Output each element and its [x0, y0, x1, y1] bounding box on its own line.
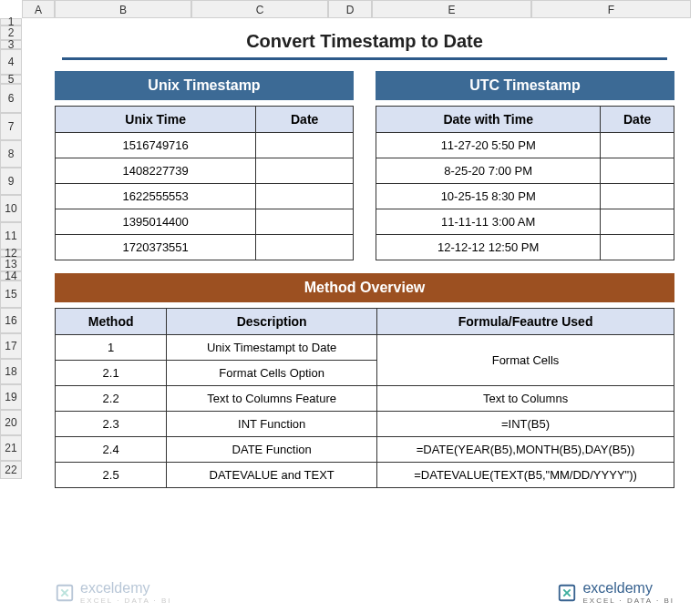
unix-date-cell[interactable]	[256, 184, 354, 209]
utc-date-cell[interactable]	[601, 184, 674, 209]
ov-h2[interactable]: Description	[167, 309, 377, 335]
col-header-C[interactable]: C	[191, 0, 328, 18]
col-header-D[interactable]: D	[328, 0, 372, 18]
utc-cell[interactable]: 10-25-15 8:30 PM	[376, 184, 601, 209]
utc-date-cell[interactable]	[601, 235, 674, 260]
unix-h1[interactable]: Unix Time	[56, 107, 256, 133]
ov-formula[interactable]: =DATEVALUE(TEXT(B5,"MM/DD/YYYY"))	[377, 463, 674, 488]
unix-h2[interactable]: Date	[256, 107, 354, 133]
method-table: Method Description Formula/Feautre Used …	[55, 308, 674, 488]
unix-date-cell[interactable]	[256, 158, 354, 184]
row-header-18[interactable]: 18	[0, 359, 22, 384]
utc-h1[interactable]: Date with Time	[376, 107, 601, 133]
row-header-21[interactable]: 21	[0, 435, 22, 461]
utc-cell[interactable]: 8-25-20 7:00 PM	[376, 158, 601, 184]
ov-desc[interactable]: DATE Function	[167, 437, 377, 463]
row-header-11[interactable]: 11	[0, 222, 22, 250]
utc-table: Date with TimeDate 11-27-20 5:50 PM8-25-…	[376, 106, 674, 260]
row-header-20[interactable]: 20	[0, 410, 22, 435]
unix-ribbon: Unix Timestamp	[55, 71, 354, 100]
row-header-6[interactable]: 6	[0, 84, 22, 113]
unix-date-cell[interactable]	[256, 133, 354, 158]
unix-cell[interactable]: 1720373551	[56, 235, 256, 260]
col-header-E[interactable]: E	[372, 0, 531, 18]
logo-faded: exceldemyEXCEL · DATA · BI	[55, 580, 172, 605]
col-header-F[interactable]: F	[531, 0, 691, 18]
ov-desc[interactable]: Text to Columns Feature	[167, 386, 377, 412]
col-header-A[interactable]: A	[22, 0, 55, 18]
ov-desc[interactable]: Unix Timestampt to Date	[167, 335, 377, 361]
unix-cell[interactable]: 1516749716	[56, 133, 256, 158]
ov-desc[interactable]: Format Cells Option	[167, 361, 377, 386]
unix-cell[interactable]: 1395014400	[56, 209, 256, 235]
logo-main: exceldemyEXCEL · DATA · BI	[557, 580, 674, 605]
logo-name: exceldemy	[80, 580, 172, 597]
unix-section: Unix Timestamp Unix TimeDate 15167497161…	[55, 71, 354, 260]
utc-cell[interactable]: 11-27-20 5:50 PM	[376, 133, 601, 158]
row-header-14[interactable]: 14	[0, 271, 22, 280]
unix-cell[interactable]: 1408227739	[56, 158, 256, 184]
spreadsheet-grid: ABCDEF 123456789101112131415161718192021…	[0, 0, 700, 612]
ov-method[interactable]: 2.4	[56, 437, 167, 463]
row-header-5[interactable]: 5	[0, 75, 22, 84]
row-header-16[interactable]: 16	[0, 308, 22, 333]
sheet-content: Convert Timestamp to Date Unix Timestamp…	[55, 26, 674, 488]
watermark-row: exceldemyEXCEL · DATA · BI exceldemyEXCE…	[55, 580, 674, 605]
row-header-1[interactable]: 1	[0, 18, 22, 26]
ov-method[interactable]: 2.1	[56, 361, 167, 386]
logo-icon	[55, 583, 75, 603]
logo-tag: EXCEL · DATA · BI	[582, 597, 674, 605]
ov-formula[interactable]: =DATE(YEAR(B5),MONTH(B5),DAY(B5))	[377, 437, 674, 463]
row-header-4[interactable]: 4	[0, 49, 22, 75]
utc-cell[interactable]: 11-11-11 3:00 AM	[376, 209, 601, 235]
page-title: Convert Timestamp to Date	[55, 26, 674, 57]
ov-formula[interactable]: Text to Columns	[377, 386, 674, 412]
unix-date-cell[interactable]	[256, 235, 354, 260]
row-header-10[interactable]: 10	[0, 195, 22, 222]
utc-ribbon: UTC Timestamp	[376, 71, 674, 100]
utc-date-cell[interactable]	[601, 209, 674, 235]
overview-ribbon: Method Overview	[55, 273, 674, 302]
utc-date-cell[interactable]	[601, 133, 674, 158]
ov-formula[interactable]: =INT(B5)	[377, 412, 674, 437]
ov-method[interactable]: 2.2	[56, 386, 167, 412]
utc-section: UTC Timestamp Date with TimeDate 11-27-2…	[376, 71, 674, 260]
row-header-15[interactable]: 15	[0, 280, 22, 308]
row-header-8[interactable]: 8	[0, 140, 22, 168]
row-header-7[interactable]: 7	[0, 113, 22, 140]
logo-icon	[557, 583, 577, 603]
col-header-B[interactable]: B	[55, 0, 191, 18]
ov-desc[interactable]: DATEVALUE and TEXT	[167, 463, 377, 488]
ov-h1[interactable]: Method	[56, 309, 167, 335]
unix-cell[interactable]: 1622555553	[56, 184, 256, 209]
ov-formula[interactable]: Format Cells	[377, 335, 674, 386]
logo-tag: EXCEL · DATA · BI	[80, 597, 172, 605]
unix-date-cell[interactable]	[256, 209, 354, 235]
utc-h2[interactable]: Date	[601, 107, 674, 133]
ov-method[interactable]: 2.5	[56, 463, 167, 488]
ov-method[interactable]: 1	[56, 335, 167, 361]
ov-method[interactable]: 2.3	[56, 412, 167, 437]
utc-cell[interactable]: 12-12-12 12:50 PM	[376, 235, 601, 260]
ov-h3[interactable]: Formula/Feautre Used	[377, 309, 674, 335]
logo-name: exceldemy	[582, 580, 674, 597]
row-header-17[interactable]: 17	[0, 333, 22, 359]
row-header-22[interactable]: 22	[0, 461, 22, 479]
title-underline	[62, 57, 667, 60]
utc-date-cell[interactable]	[601, 158, 674, 184]
unix-table: Unix TimeDate 15167497161408227739162255…	[55, 106, 354, 260]
row-header-3[interactable]: 3	[0, 40, 22, 49]
ov-desc[interactable]: INT Function	[167, 412, 377, 437]
row-header-19[interactable]: 19	[0, 384, 22, 410]
row-header-9[interactable]: 9	[0, 168, 22, 195]
row-header-12[interactable]: 12	[0, 250, 22, 257]
